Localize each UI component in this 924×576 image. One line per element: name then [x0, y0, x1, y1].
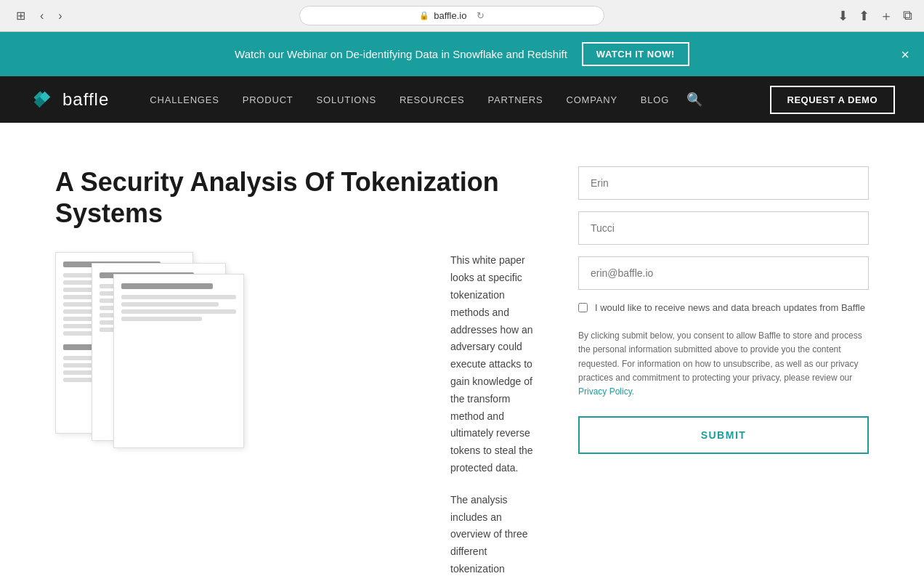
nav-company[interactable]: COMPANY — [554, 76, 628, 123]
address-bar-wrap: 🔒 baffle.io ↻ — [76, 6, 829, 25]
url-text: baffle.io — [434, 10, 466, 21]
main-content: A Security Analysis Of Tokenization Syst… — [26, 123, 898, 576]
submit-button[interactable]: SUBMIT — [578, 416, 869, 454]
banner-text: Watch our Webinar on De-identifying Data… — [235, 48, 567, 60]
nav-solutions[interactable]: SOLUTIONS — [305, 76, 388, 123]
page-title: A Security Analysis Of Tokenization Syst… — [55, 166, 535, 229]
last-name-field[interactable] — [578, 211, 869, 245]
sidebar-toggle-btn[interactable]: ⊞ — [12, 7, 30, 24]
content-section: This white paper looks at specific token… — [450, 252, 535, 576]
share-icon[interactable]: ⬆ — [859, 8, 870, 24]
promo-banner: Watch our Webinar on De-identifying Data… — [0, 32, 924, 76]
body-paragraph-2: The analysis includes an overview of thr… — [450, 492, 535, 576]
email-field[interactable] — [578, 256, 869, 290]
newsletter-checkbox-label: I would like to receive news and data br… — [595, 301, 865, 315]
nav-challenges[interactable]: CHALLENGES — [138, 76, 230, 123]
whitepaper-preview — [55, 252, 237, 455]
newsletter-checkbox[interactable] — [578, 303, 588, 312]
back-btn[interactable]: ‹ — [36, 8, 48, 24]
logo-text: baffle — [62, 89, 109, 110]
newsletter-checkbox-row: I would like to receive news and data br… — [578, 301, 869, 315]
right-column: I would like to receive news and data br… — [578, 166, 869, 454]
browser-chrome: ⊞ ‹ › 🔒 baffle.io ↻ ⬇ ⬆ ＋ ⧉ — [0, 0, 924, 32]
download-icon[interactable]: ⬇ — [838, 8, 848, 24]
left-column: A Security Analysis Of Tokenization Syst… — [55, 166, 535, 576]
nav-partners[interactable]: PARTNERS — [476, 76, 554, 123]
address-bar[interactable]: 🔒 baffle.io ↻ — [299, 6, 604, 25]
consent-text: By clicking submit below, you consent to… — [578, 329, 869, 399]
new-tab-icon[interactable]: ＋ — [880, 7, 893, 25]
browser-actions: ⬇ ⬆ ＋ ⧉ — [838, 7, 912, 25]
nav-product[interactable]: PRODUCT — [231, 76, 305, 123]
lock-icon: 🔒 — [419, 11, 429, 20]
privacy-policy-link[interactable]: Privacy Policy. — [578, 386, 634, 397]
body-paragraph-1: This white paper looks at specific token… — [450, 252, 535, 476]
tabs-icon[interactable]: ⧉ — [903, 8, 912, 23]
banner-cta-button[interactable]: WATCH IT NOW! — [582, 42, 689, 66]
nav-blog[interactable]: BLOG — [629, 76, 681, 123]
forward-btn[interactable]: › — [54, 8, 66, 24]
logo-area: baffle — [29, 86, 109, 113]
nav-resources[interactable]: RESOURCES — [388, 76, 477, 123]
paper-page-3 — [113, 274, 244, 448]
navbar: baffle CHALLENGES PRODUCT SOLUTIONS RESO… — [0, 76, 924, 123]
nav-links: CHALLENGES PRODUCT SOLUTIONS RESOURCES P… — [138, 76, 769, 123]
search-icon[interactable]: 🔍 — [686, 92, 702, 108]
baffle-logo-icon — [29, 86, 55, 113]
banner-close-button[interactable]: × — [901, 47, 909, 62]
first-name-field[interactable] — [578, 166, 869, 200]
browser-controls: ⊞ ‹ › — [12, 7, 67, 24]
reload-icon[interactable]: ↻ — [477, 10, 485, 21]
request-demo-button[interactable]: REQUEST A DEMO — [770, 86, 896, 114]
